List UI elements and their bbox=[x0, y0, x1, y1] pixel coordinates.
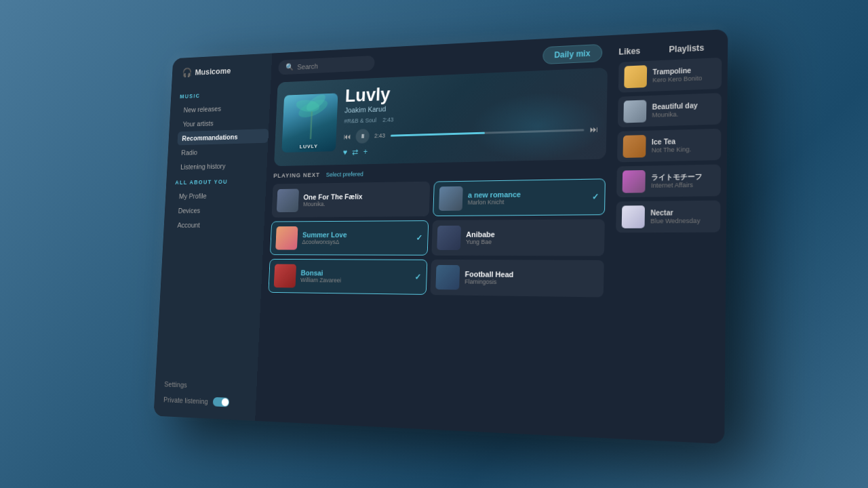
right-info-nectar: Nectar Blue Wednesday bbox=[650, 209, 701, 225]
main-layout: 🎧 Musicome MUSIC New releases Your artis… bbox=[153, 29, 728, 444]
tab-likes[interactable]: Likes bbox=[608, 41, 652, 62]
track-thumb-bonsai bbox=[274, 264, 296, 288]
track-info-summer: Summer Love ΔcoolworxsysΔ bbox=[302, 230, 411, 245]
right-thumb-icetea bbox=[623, 135, 646, 158]
right-track-raito[interactable]: ライトモチーフ Internet Affairs bbox=[616, 165, 721, 198]
check-mark-summer: ✓ bbox=[416, 233, 422, 243]
add-button[interactable]: + bbox=[363, 147, 368, 157]
right-thumb-trampoline bbox=[624, 65, 647, 88]
track-thumb-faelix bbox=[277, 189, 299, 213]
sidebar-item-account[interactable]: Account bbox=[172, 218, 264, 232]
track-card-football[interactable]: Football Head Flamingosis bbox=[430, 260, 604, 298]
sidebar-item-recommendations[interactable]: Recommandations bbox=[177, 129, 269, 145]
right-info-trampoline: Trampoline Kero Kero Bonito bbox=[652, 66, 702, 84]
track-card-summer[interactable]: Summer Love ΔcoolworxsysΔ ✓ bbox=[270, 220, 429, 256]
track-artist-romance: Marlon Knicht bbox=[468, 198, 587, 206]
track-info-football: Football Head Flamingosis bbox=[465, 270, 598, 286]
playing-next-section: PLAYING NEXT Select prefered One For The… bbox=[262, 166, 606, 429]
right-thumb-beautiful bbox=[623, 100, 646, 123]
player-info: Luvly Joakim Karud #R&B & Soul 2:43 ⏮ ⏸ … bbox=[342, 76, 599, 157]
album-art: LUVLY bbox=[281, 93, 338, 152]
select-preferred-label[interactable]: Select prefered bbox=[326, 171, 363, 178]
progress-fill bbox=[390, 131, 484, 136]
right-info-beautiful: Beautiful day Mounika. bbox=[652, 102, 697, 119]
search-placeholder: Search bbox=[297, 62, 318, 70]
check-mark-bonsai: ✓ bbox=[414, 272, 421, 282]
sidebar-bottom: Settings Private listening bbox=[163, 378, 257, 410]
right-name-beautiful: Beautiful day bbox=[652, 102, 698, 112]
album-label: LUVLY bbox=[300, 143, 318, 149]
private-listening-toggle[interactable] bbox=[212, 397, 229, 407]
player-genre: #R&B & Soul bbox=[344, 117, 376, 124]
right-artist-beautiful: Mounika. bbox=[652, 110, 697, 119]
sidebar-item-my-profile[interactable]: My Profile bbox=[174, 188, 266, 203]
playing-next-header: PLAYING NEXT Select prefered bbox=[273, 166, 606, 179]
track-thumb-summer bbox=[275, 226, 298, 250]
app-name: Musicome bbox=[195, 66, 231, 77]
music-section-label: MUSIC bbox=[180, 89, 271, 100]
track-artist-bonsai: William Zavareei bbox=[300, 277, 410, 284]
next-button[interactable]: ⏭ bbox=[589, 125, 598, 135]
right-name-raito: ライトモチーフ bbox=[651, 173, 702, 182]
headphones-icon: 🎧 bbox=[182, 67, 192, 77]
track-info-romance: a new romance Marlon Knicht bbox=[468, 189, 587, 205]
track-artist-anibabe: Yung Bae bbox=[466, 239, 599, 245]
track-name-anibabe: Anibabe bbox=[466, 230, 599, 239]
track-card-romance[interactable]: a new romance Marlon Knicht ✓ bbox=[433, 178, 606, 216]
content-area: 🔍 Search L bbox=[255, 35, 616, 439]
settings-item[interactable]: Settings bbox=[164, 378, 248, 394]
app-container: Daily mix Likes Playlists 🎧 Musicome MUS… bbox=[153, 29, 728, 444]
track-artist-football: Flamingosis bbox=[465, 278, 598, 286]
private-listening-row: Private listening bbox=[163, 393, 247, 410]
right-artist-trampoline: Kero Kero Bonito bbox=[652, 75, 702, 83]
tracks-grid: One For The Fælix Mounika. a new romance… bbox=[268, 178, 606, 297]
check-mark-romance: ✓ bbox=[592, 192, 599, 202]
track-thumb-anibabe bbox=[437, 226, 461, 250]
sidebar-item-devices[interactable]: Devices bbox=[174, 203, 265, 218]
right-track-icetea[interactable]: Ice Tea Not The King. bbox=[617, 129, 721, 163]
sidebar: 🎧 Musicome MUSIC New releases Your artis… bbox=[153, 54, 272, 421]
sidebar-item-listening-history[interactable]: Listening history bbox=[176, 158, 267, 174]
player-card: LUVLY Luvly Joakim Karud #R&B & Soul 2:4… bbox=[274, 68, 608, 166]
right-thumb-raito bbox=[623, 170, 646, 193]
track-info-faelix: One For The Fælix Mounika. bbox=[303, 192, 425, 208]
tab-playlists[interactable]: Playlists bbox=[657, 38, 716, 59]
right-thumb-nectar bbox=[622, 205, 645, 228]
all-about-you-label: ALL ABOUT YOU bbox=[175, 178, 267, 186]
track-thumb-football bbox=[435, 265, 460, 290]
track-thumb-romance bbox=[439, 186, 463, 211]
private-listening-label: Private listening bbox=[163, 393, 209, 408]
track-artist-summer: ΔcoolworxsysΔ bbox=[302, 239, 411, 245]
right-artist-nectar: Blue Wednesday bbox=[650, 217, 700, 224]
tab-daily-mix[interactable]: Daily mix bbox=[542, 44, 602, 64]
track-name-summer: Summer Love bbox=[302, 230, 412, 239]
track-info-bonsai: Bonsai William Zavareei bbox=[300, 269, 410, 285]
playing-next-label: PLAYING NEXT bbox=[273, 171, 320, 179]
search-icon: 🔍 bbox=[285, 63, 294, 72]
player-actions: ♥ ⇄ + bbox=[342, 141, 597, 157]
right-track-trampoline[interactable]: Trampoline Kero Kero Bonito bbox=[618, 58, 722, 93]
play-pause-button[interactable]: ⏸ bbox=[355, 129, 370, 144]
prev-button[interactable]: ⏮ bbox=[343, 132, 351, 142]
right-track-beautiful[interactable]: Beautiful day Mounika. bbox=[618, 93, 722, 127]
right-artist-icetea: Not The King. bbox=[652, 146, 692, 154]
logo-area: 🎧 Musicome bbox=[181, 63, 272, 77]
palm-tree-decoration bbox=[282, 93, 338, 141]
right-artist-raito: Internet Affairs bbox=[651, 181, 702, 189]
track-info-anibabe: Anibabe Yung Bae bbox=[466, 230, 599, 245]
current-time: 2:43 bbox=[374, 132, 385, 139]
track-card-anibabe[interactable]: Anibabe Yung Bae bbox=[431, 219, 605, 256]
track-card-bonsai[interactable]: Bonsai William Zavareei ✓ bbox=[268, 259, 427, 295]
right-name-nectar: Nectar bbox=[650, 209, 700, 218]
progress-bar[interactable] bbox=[390, 129, 584, 136]
player-duration: 2:43 bbox=[382, 117, 393, 123]
right-info-icetea: Ice Tea Not The King. bbox=[652, 137, 692, 153]
right-track-nectar[interactable]: Nectar Blue Wednesday bbox=[616, 201, 720, 232]
player-controls: ⏮ ⏸ 2:43 ⏭ bbox=[343, 122, 598, 144]
search-bar: 🔍 Search bbox=[278, 56, 375, 75]
track-card-faelix[interactable]: One For The Fælix Mounika. bbox=[272, 182, 431, 218]
sidebar-item-radio[interactable]: Radio bbox=[176, 144, 268, 160]
share-button[interactable]: ⇄ bbox=[352, 147, 359, 157]
like-button[interactable]: ♥ bbox=[342, 148, 347, 157]
right-panel: Trampoline Kero Kero Bonito Beautiful da… bbox=[610, 29, 728, 444]
